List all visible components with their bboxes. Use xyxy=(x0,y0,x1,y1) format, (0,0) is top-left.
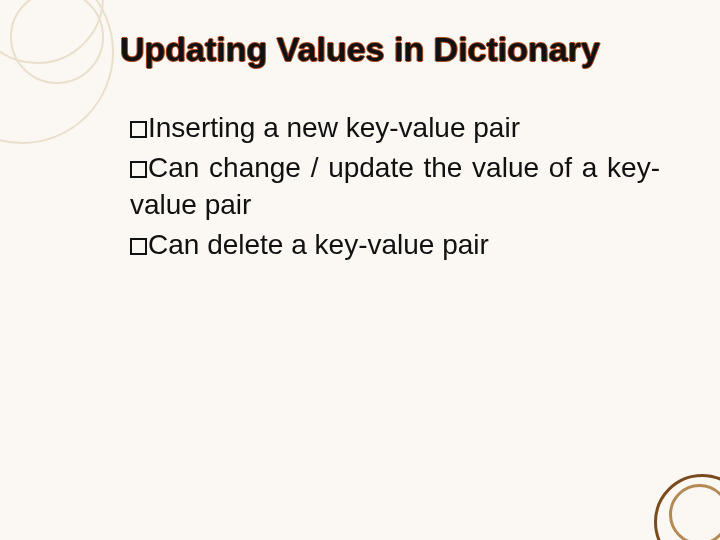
bullet-text: Inserting a new key-value pair xyxy=(148,112,520,143)
decor-corner-ring-inner xyxy=(669,484,720,540)
bullet-item: Can change / update the value of a key-v… xyxy=(130,150,660,223)
bullet-item: Can delete a key-value pair xyxy=(130,227,660,263)
slide-content: Inserting a new key-value pair Can chang… xyxy=(130,110,660,268)
bullet-box-icon xyxy=(130,161,147,178)
slide-title: Updating Values in Dictionary xyxy=(120,30,680,69)
slide: Updating Values in Dictionary Inserting … xyxy=(0,0,720,540)
bullet-box-icon xyxy=(130,238,147,255)
bullet-text: Can delete a key-value pair xyxy=(148,229,489,260)
bullet-item: Inserting a new key-value pair xyxy=(130,110,660,146)
bullet-text: Can change / update the value of a key-v… xyxy=(130,152,660,219)
bullet-box-icon xyxy=(130,121,147,138)
